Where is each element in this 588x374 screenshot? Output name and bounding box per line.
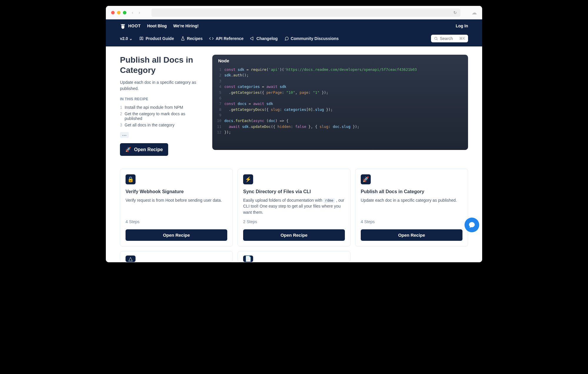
card-steps: 2 Steps xyxy=(243,219,345,224)
recipe-toc: 1Install the api module from NPM2Get the… xyxy=(120,104,199,128)
card-steps: 4 Steps xyxy=(361,219,462,224)
chat-bubble-icon xyxy=(468,221,476,229)
code-body: 123456789101112 const sdk = require('api… xyxy=(212,67,468,150)
recipe-card-stub[interactable]: 📄 xyxy=(238,251,350,262)
minimize-window-icon[interactable] xyxy=(117,11,121,14)
window-controls xyxy=(111,11,126,14)
recipe-card[interactable]: 🚀Publish all Docs in CategoryUpdate each… xyxy=(355,169,468,246)
cloud-icon[interactable]: ☁︎ xyxy=(472,9,477,16)
card-title: Sync Directory of Files via CLI xyxy=(243,189,345,194)
book-icon xyxy=(139,36,144,41)
card-open-button[interactable]: Open Recipe xyxy=(126,229,227,241)
megaphone-icon xyxy=(250,36,255,41)
hero: Publish all Docs in Category Update each… xyxy=(120,55,468,156)
nav-recipes[interactable]: Recipes xyxy=(181,36,203,41)
reload-icon[interactable]: ↻ xyxy=(453,10,457,15)
toc-item-number: 2 xyxy=(120,111,122,121)
code-icon xyxy=(209,36,214,41)
search-icon xyxy=(434,36,438,41)
card-title: Publish all Docs in Category xyxy=(361,189,462,194)
code-gutter: 123456789101112 xyxy=(212,67,224,135)
search-input[interactable] xyxy=(440,36,457,41)
card-description: Update each doc in a specific category a… xyxy=(361,197,462,215)
back-icon[interactable]: ‹ xyxy=(132,10,133,15)
card-open-button[interactable]: Open Recipe xyxy=(243,229,345,241)
url-bar[interactable]: ↻ xyxy=(151,9,460,17)
rocket-icon: 🚀 xyxy=(125,147,131,152)
toc-heading: IN THIS RECIPE xyxy=(120,97,199,101)
nav-community-label: Community Discussions xyxy=(291,36,339,41)
code-tab-node[interactable]: Node xyxy=(212,55,468,67)
card-description: Verify request is from Hoot before sendi… xyxy=(126,197,227,215)
brand[interactable]: HOOT xyxy=(120,23,141,29)
recipe-card[interactable]: 🔒Verify Webhook SignatureVerify request … xyxy=(120,169,233,246)
nav-product-guide[interactable]: Product Guide xyxy=(139,36,174,41)
nav-api-reference[interactable]: API Reference xyxy=(209,36,243,41)
toc-item-text: Get the category to mark docs as publish… xyxy=(125,111,199,121)
code-lines[interactable]: const sdk = require('api')('https://docs… xyxy=(224,67,417,135)
nav-changelog[interactable]: Changelog xyxy=(250,36,278,41)
toc-item-number: 1 xyxy=(120,105,122,110)
toc-item-text: Install the api module from NPM xyxy=(125,105,183,110)
hoot-blog-link[interactable]: Hoot Blog xyxy=(147,24,167,28)
version-label: v2.0 xyxy=(120,36,128,41)
forward-icon[interactable]: › xyxy=(138,10,140,15)
toc-item-text: Get all docs in the category xyxy=(125,123,175,127)
toc-item-number: 3 xyxy=(120,123,122,127)
browser-nav-arrows: ‹ › xyxy=(132,10,140,15)
code-block: Node 123456789101112 const sdk = require… xyxy=(212,55,468,150)
card-open-button[interactable]: Open Recipe xyxy=(361,229,462,241)
chevron-down-icon: ⌄ xyxy=(129,36,133,41)
svg-point-2 xyxy=(435,37,437,39)
toc-item[interactable]: 1Install the api module from NPM xyxy=(120,104,199,111)
inline-code: rdme xyxy=(323,198,335,203)
brand-name: HOOT xyxy=(128,24,141,28)
card-steps: 4 Steps xyxy=(126,219,227,224)
search-box[interactable]: ⌘K xyxy=(431,35,468,42)
page-subtitle: Update each doc in a specific category a… xyxy=(120,79,199,92)
browser-window: ‹ › ↻ ☁︎ HOOT Hoot Blog We're Hiring! Lo… xyxy=(106,6,482,262)
owl-logo-icon xyxy=(120,23,126,29)
maximize-window-icon[interactable] xyxy=(123,11,126,14)
login-link[interactable]: Log In xyxy=(456,24,468,28)
card-icon: ⚡ xyxy=(243,174,253,184)
version-selector[interactable]: v2.0 ⌄ xyxy=(120,36,133,41)
main-content: Publish all Docs in Category Update each… xyxy=(106,46,482,262)
card-icon: 🚀 xyxy=(361,174,371,184)
recipe-card[interactable]: ⚡Sync Directory of Files via CLIEasily u… xyxy=(238,169,350,246)
nav-product-guide-label: Product Guide xyxy=(146,36,174,41)
card-description: Easily upload folders of documentation w… xyxy=(243,197,345,215)
card-title: Verify Webhook Signature xyxy=(126,189,227,194)
recipe-cards: 🔒Verify Webhook SignatureVerify request … xyxy=(120,169,468,246)
site-header: HOOT Hoot Blog We're Hiring! Log In v2.0… xyxy=(106,19,482,46)
nav-changelog-label: Changelog xyxy=(256,36,278,41)
recipe-cards-row2: △ 📄 xyxy=(120,251,468,262)
svg-point-1 xyxy=(123,25,124,26)
toc-item[interactable]: 2Get the category to mark docs as publis… xyxy=(120,111,199,122)
hiring-link[interactable]: We're Hiring! xyxy=(173,24,198,28)
recipe-card-stub[interactable]: △ xyxy=(120,251,233,262)
search-shortcut: ⌘K xyxy=(459,36,465,41)
nav-api-reference-label: API Reference xyxy=(216,36,243,41)
hero-text: Publish all Docs in Category Update each… xyxy=(120,55,199,156)
page-title: Publish all Docs in Category xyxy=(120,55,199,75)
card-icon: 📄 xyxy=(243,256,253,262)
open-recipe-label: Open Recipe xyxy=(134,147,163,152)
flask-icon xyxy=(181,36,185,41)
toc-item[interactable]: 3Get all docs in the category xyxy=(120,122,199,128)
chat-widget-button[interactable] xyxy=(465,218,479,232)
chat-icon xyxy=(284,36,289,41)
toc-expand-button[interactable]: … xyxy=(120,132,129,138)
card-icon: 🔒 xyxy=(126,174,136,184)
browser-titlebar: ‹ › ↻ ☁︎ xyxy=(106,6,482,19)
close-window-icon[interactable] xyxy=(111,11,115,14)
svg-point-0 xyxy=(122,25,123,26)
navbar: v2.0 ⌄ Product Guide Recipes API Referen… xyxy=(106,32,482,46)
open-recipe-button[interactable]: 🚀 Open Recipe xyxy=(120,143,168,156)
nav-community[interactable]: Community Discussions xyxy=(284,36,339,41)
card-icon: △ xyxy=(126,256,136,262)
nav-recipes-label: Recipes xyxy=(187,36,203,41)
topbar: HOOT Hoot Blog We're Hiring! Log In xyxy=(106,19,482,32)
